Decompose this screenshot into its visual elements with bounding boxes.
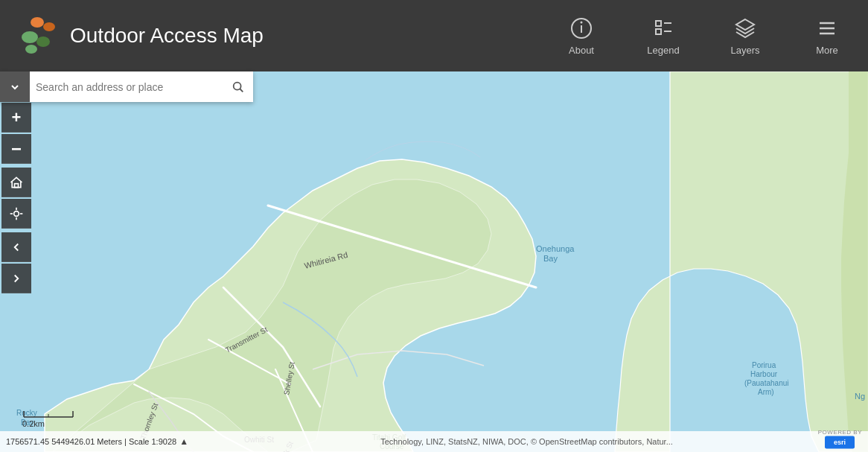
scale-label: 0.2km: [22, 419, 45, 428]
attribution-text: Technology, LINZ, StatsNZ, NIWA, DOC, © …: [191, 437, 862, 446]
nav-legend-button[interactable]: Legend: [622, 0, 704, 71]
svg-text:Harbour: Harbour: [750, 370, 778, 378]
svg-point-37: [14, 211, 19, 216]
svg-point-2: [22, 31, 38, 43]
svg-text:Bay: Bay: [543, 254, 558, 263]
nav-bar: About Legend Layers: [540, 0, 868, 71]
svg-text:Arm): Arm): [758, 388, 774, 396]
powered-by-text: POWERED BY: [818, 429, 862, 436]
bottom-bar: 1756571.45 5449426.01 Meters | Scale 1:9…: [0, 431, 868, 452]
logo-area: Outdoor Access Map: [0, 13, 540, 58]
svg-point-4: [25, 45, 37, 54]
nav-layers-button[interactable]: Layers: [704, 0, 786, 71]
search-bar: [0, 71, 253, 102]
nav-layers-label: Layers: [730, 45, 759, 56]
svg-rect-8: [656, 21, 661, 26]
svg-text:(Pauatahanui: (Pauatahanui: [744, 379, 789, 387]
nav-about-label: About: [569, 45, 594, 56]
logo: [15, 13, 60, 58]
coordinates-display: 1756571.45 5449426.01 Meters | Scale 1:9…: [6, 437, 176, 446]
svg-point-7: [581, 21, 583, 23]
home-button[interactable]: [1, 168, 31, 197]
map-svg: Whitireia Rd Transmitter St Shelley St T…: [0, 71, 868, 452]
nav-legend-label: Legend: [647, 45, 679, 56]
svg-point-3: [36, 36, 50, 47]
svg-text:Porirua: Porirua: [752, 361, 776, 369]
svg-rect-10: [656, 29, 661, 34]
nav-more-label: More: [816, 45, 838, 56]
svg-point-0: [31, 17, 44, 28]
svg-text:Onehunga: Onehunga: [536, 244, 575, 253]
svg-text:esri: esri: [834, 439, 846, 446]
nav-more-button[interactable]: More: [786, 0, 868, 71]
map-area[interactable]: Whitireia Rd Transmitter St Shelley St T…: [0, 71, 868, 452]
chevron-up-button[interactable]: ▲: [179, 436, 188, 447]
svg-point-34: [234, 82, 241, 89]
header: Outdoor Access Map About Legend: [0, 0, 868, 71]
esri-logo: POWERED BY esri: [818, 429, 862, 449]
search-submit-button[interactable]: [223, 71, 253, 102]
zoom-in-button[interactable]: +: [1, 103, 31, 133]
svg-text:Ng: Ng: [855, 392, 865, 401]
zoom-out-button[interactable]: −: [1, 134, 31, 164]
map-controls: + −: [0, 102, 33, 294]
forward-button[interactable]: [1, 264, 31, 293]
svg-point-1: [43, 22, 55, 31]
search-input[interactable]: [30, 71, 223, 102]
app-title: Outdoor Access Map: [70, 24, 264, 48]
search-dropdown-button[interactable]: [0, 71, 30, 102]
scale-bar: 0.2km: [22, 410, 74, 428]
svg-rect-36: [15, 183, 19, 187]
back-button[interactable]: [1, 232, 31, 262]
scale-line: [22, 410, 74, 418]
locate-button[interactable]: [1, 199, 31, 229]
svg-line-35: [240, 89, 243, 92]
nav-about-button[interactable]: About: [540, 0, 622, 71]
svg-marker-12: [736, 19, 754, 30]
